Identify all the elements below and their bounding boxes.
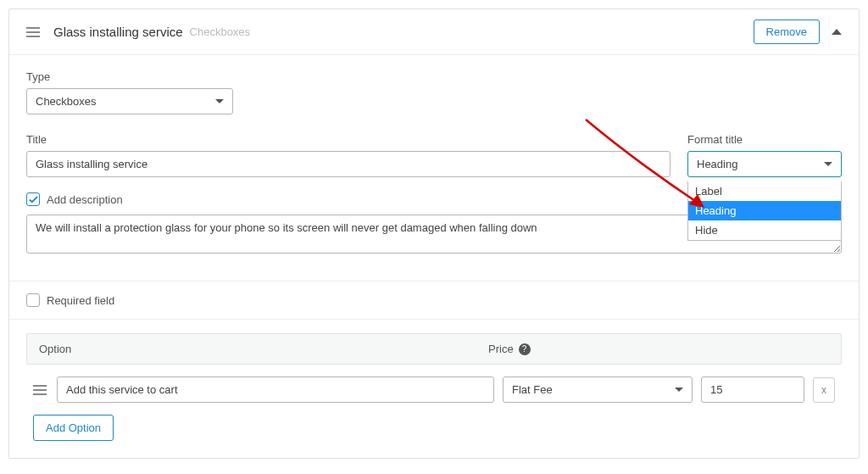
- drag-handle-icon[interactable]: [26, 27, 42, 37]
- title-input[interactable]: [26, 151, 670, 177]
- panel-title: Glass installing service: [53, 25, 183, 39]
- add-description-checkbox[interactable]: [26, 192, 40, 206]
- check-icon: [29, 195, 38, 204]
- format-title-value: Heading: [697, 158, 737, 170]
- chevron-down-icon: [675, 388, 683, 392]
- add-description-label: Add description: [47, 193, 123, 206]
- type-select-value: Checkboxes: [36, 95, 97, 108]
- options-header-option: Option: [27, 334, 476, 364]
- help-icon[interactable]: ?: [519, 343, 531, 355]
- type-select[interactable]: Checkboxes: [26, 88, 233, 114]
- type-field: Type Checkboxes: [26, 70, 842, 114]
- panel-subtitle: Checkboxes: [190, 25, 251, 38]
- title-label: Title: [26, 133, 670, 146]
- panel-body: Type Checkboxes Title Format title Headi…: [9, 55, 859, 281]
- options-section: Option Price ? Flat Fee x Add Option: [9, 320, 859, 458]
- format-title-dropdown: Label Heading Hide: [687, 181, 842, 241]
- remove-option-button[interactable]: x: [813, 377, 835, 403]
- format-title-option-heading[interactable]: Heading: [688, 201, 841, 220]
- remove-button[interactable]: Remove: [754, 20, 820, 44]
- price-type-select[interactable]: Flat Fee: [503, 376, 693, 403]
- collapse-toggle-icon[interactable]: [832, 29, 842, 35]
- format-title-label: Format title: [687, 133, 842, 146]
- options-header-row: Option Price ?: [26, 333, 842, 365]
- option-name-input[interactable]: [57, 376, 494, 403]
- type-label: Type: [26, 70, 842, 83]
- format-title-option-label[interactable]: Label: [688, 181, 841, 201]
- required-field-checkbox[interactable]: [26, 293, 40, 307]
- add-option-button[interactable]: Add Option: [33, 415, 114, 441]
- required-field-label: Required field: [47, 294, 114, 307]
- addon-panel: Glass installing service Checkboxes Remo…: [8, 8, 860, 459]
- option-row: Flat Fee x: [26, 376, 842, 403]
- price-type-value: Flat Fee: [512, 383, 553, 396]
- chevron-down-icon: [824, 162, 832, 166]
- required-field-row: Required field: [9, 282, 859, 319]
- price-value-input[interactable]: [701, 376, 804, 403]
- panel-header: Glass installing service Checkboxes Remo…: [9, 9, 859, 55]
- format-title-select[interactable]: Heading: [687, 151, 842, 177]
- options-header-price: Price: [488, 343, 514, 355]
- drag-handle-icon[interactable]: [33, 385, 48, 395]
- format-title-option-hide[interactable]: Hide: [688, 220, 841, 240]
- chevron-down-icon: [215, 99, 224, 103]
